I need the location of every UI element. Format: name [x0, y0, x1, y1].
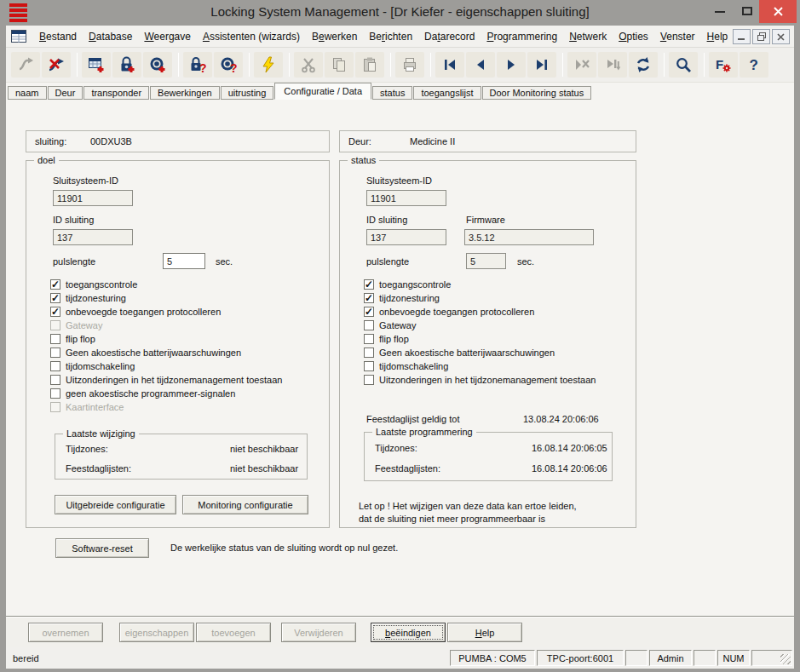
checkbox-tijdzonesturing[interactable]: tijdzonesturing	[50, 292, 282, 303]
checkbox-box[interactable]	[364, 347, 374, 358]
firmware-input[interactable]	[464, 229, 594, 245]
toolbar-first-record-button[interactable]	[435, 52, 464, 78]
pulslengte-input-doel[interactable]	[163, 253, 205, 269]
toolbar-program-button[interactable]	[254, 52, 283, 78]
sluitsysteem-id-input-status[interactable]	[366, 190, 446, 206]
checkbox-uitzonderingen-tijdzonemanagement[interactable]: Uitzonderingen in het tijdzonemanagement…	[364, 374, 596, 385]
monitoring-configuratie-button[interactable]: Monitoring configuratie	[182, 495, 308, 514]
mdi-close-button[interactable]	[772, 29, 790, 44]
checkbox-box[interactable]	[50, 402, 60, 412]
help-button[interactable]: Help	[447, 623, 522, 642]
toolbar-add-transponder-button[interactable]	[143, 52, 172, 78]
checkbox-geen-batterijwaarschuwingen[interactable]: Geen akoestische batterijwaarschuwingen	[50, 347, 282, 358]
toolbar-paste-button[interactable]	[355, 52, 384, 78]
menu-venster[interactable]: Venster	[654, 31, 701, 43]
beeindigen-button[interactable]: beëindigen	[371, 623, 446, 642]
checkbox-box[interactable]	[50, 361, 60, 371]
tab-bewerkingen[interactable]: Bewerkingen	[150, 86, 220, 100]
checkbox-kaartinterface[interactable]: Kaartinterface	[50, 401, 282, 412]
toolbar-help-button[interactable]: ?	[740, 52, 768, 78]
checkbox-toegangscontrole[interactable]: toegangscontrole	[364, 279, 596, 290]
checkbox-geen-batterijwaarschuwingen[interactable]: Geen akoestische batterijwaarschuwingen	[364, 347, 596, 358]
checkbox-gateway[interactable]: Gateway	[50, 319, 282, 330]
toolbar-add-lock-button[interactable]	[112, 52, 141, 78]
checkbox-tijdomschakeling[interactable]: tijdomschakeling	[50, 360, 282, 371]
mdi-restore-button[interactable]	[752, 29, 770, 44]
toolbar-cancel-record-button[interactable]	[567, 52, 596, 78]
id-sluiting-input-status[interactable]	[366, 229, 446, 245]
menu-opties[interactable]: Opties	[613, 31, 654, 43]
tab-door-monitoring-status[interactable]: Door Monitoring status	[482, 86, 592, 100]
mdi-minimize-button[interactable]	[733, 29, 751, 44]
checkbox-onbevoegde-toegangen[interactable]: onbevoegde toegangen protocolleren	[50, 306, 282, 317]
verwijderen-button[interactable]: Verwijderen	[281, 623, 356, 642]
menu-assistenten[interactable]: Assistenten (wizards)	[197, 31, 306, 43]
toolbar-previous-record-button[interactable]	[466, 52, 495, 78]
close-button[interactable]	[759, 0, 797, 23]
toolbar-print-button[interactable]	[395, 52, 424, 78]
tab-naam[interactable]: naam	[8, 86, 47, 100]
checkbox-tijdzonesturing[interactable]: tijdzonesturing	[364, 292, 596, 303]
checkbox-flip-flop[interactable]: flip flop	[50, 333, 282, 344]
checkbox-box[interactable]	[50, 293, 60, 303]
toolbar-add-lock-table-button[interactable]	[82, 52, 111, 78]
toolbar-filter-settings-button[interactable]: F	[709, 52, 738, 78]
toolbar-route-button[interactable]	[11, 52, 40, 78]
toolbar-assign-button[interactable]	[42, 52, 71, 78]
checkbox-uitzonderingen-tijdzonemanagement[interactable]: Uitzonderingen in het tijdzonemanagement…	[50, 374, 282, 385]
checkbox-box[interactable]	[364, 279, 374, 290]
checkbox-toegangscontrole[interactable]: toegangscontrole	[50, 279, 282, 290]
checkbox-box[interactable]	[50, 334, 60, 344]
resize-grip[interactable]	[751, 650, 792, 666]
checkbox-box[interactable]	[50, 320, 60, 330]
checkbox-onbevoegde-toegangen[interactable]: onbevoegde toegangen protocolleren	[364, 306, 596, 317]
checkbox-box[interactable]	[364, 334, 374, 344]
checkbox-box[interactable]	[364, 361, 374, 371]
checkbox-box[interactable]	[50, 307, 60, 317]
sluitsysteem-id-input-doel[interactable]	[53, 190, 133, 206]
menu-datarecord[interactable]: Datarecord	[418, 31, 481, 43]
checkbox-flip-flop[interactable]: flip flop	[364, 333, 596, 344]
menu-help[interactable]: Help	[701, 31, 734, 43]
checkbox-box[interactable]	[50, 388, 60, 399]
tab-transponder[interactable]: transponder	[83, 86, 149, 100]
toolbar-cut-button[interactable]	[294, 52, 323, 78]
tab-configuratie-data[interactable]: Configuratie / Data	[274, 83, 371, 100]
menu-berichten[interactable]: Berichten	[363, 31, 418, 43]
menu-weergave[interactable]: Weergave	[138, 31, 196, 43]
minimize-button[interactable]	[715, 11, 725, 13]
checkbox-box[interactable]	[50, 279, 60, 290]
tab-deur[interactable]: Deur	[48, 86, 83, 100]
tab-uitrusting[interactable]: uitrusting	[221, 86, 274, 100]
toolbar-last-record-button[interactable]	[527, 52, 556, 78]
pulslengte-input-status[interactable]	[466, 253, 506, 269]
menu-programmering[interactable]: Programmering	[481, 31, 563, 43]
toolbar-skip-record-button[interactable]	[598, 52, 627, 78]
overnemen-button[interactable]: overnemen	[28, 623, 103, 642]
toolbar-next-record-button[interactable]	[497, 52, 526, 78]
uitgebreide-configuratie-button[interactable]: Uitgebreide configuratie	[55, 495, 176, 514]
tab-status[interactable]: status	[372, 86, 412, 100]
menu-netwerk[interactable]: Netwerk	[563, 31, 613, 43]
menu-bewerken[interactable]: Bewerken	[306, 31, 363, 43]
toolbar-lock-status-button[interactable]: ?	[183, 52, 212, 78]
toevoegen-button[interactable]: toevoegen	[196, 623, 271, 642]
checkbox-box[interactable]	[364, 375, 374, 385]
id-sluiting-input-doel[interactable]	[53, 229, 133, 245]
eigenschappen-button[interactable]: eigenschappen	[119, 623, 194, 642]
checkbox-gateway[interactable]: Gateway	[364, 319, 596, 330]
tab-toegangslijst[interactable]: toegangslijst	[413, 86, 481, 100]
checkbox-box[interactable]	[364, 293, 374, 303]
checkbox-tijdomschakeling[interactable]: tijdomschakeling	[364, 360, 596, 371]
checkbox-box[interactable]	[364, 320, 374, 330]
toolbar-search-button[interactable]	[669, 52, 698, 78]
mdi-document-icon[interactable]	[11, 30, 26, 43]
checkbox-box[interactable]	[364, 307, 374, 317]
maximize-button[interactable]	[742, 7, 752, 15]
toolbar-transponder-status-button[interactable]: ?	[214, 52, 243, 78]
toolbar-refresh-button[interactable]	[629, 52, 658, 78]
menu-bestand[interactable]: Bestand	[33, 31, 83, 43]
checkbox-geen-programmeer-signalen[interactable]: geen akoestische programmeer-signalen	[50, 388, 282, 399]
toolbar-copy-button[interactable]	[325, 52, 354, 78]
checkbox-box[interactable]	[50, 375, 60, 385]
